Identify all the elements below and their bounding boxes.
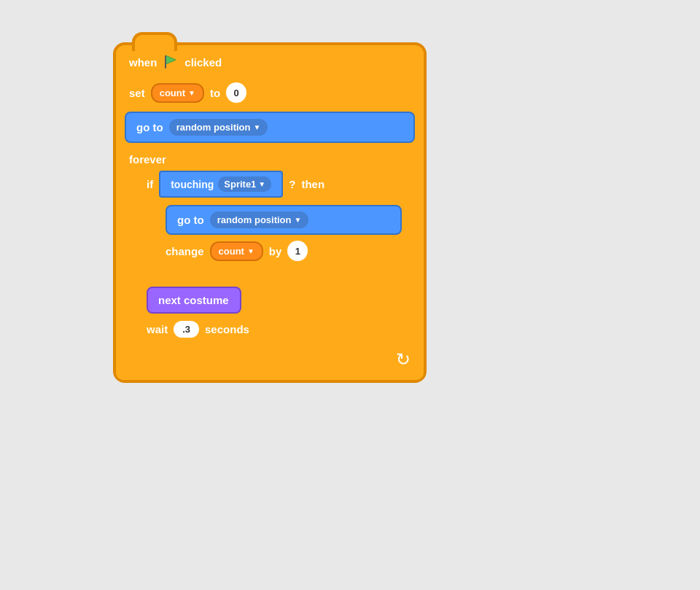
forever-bottom: ↺ — [116, 343, 424, 380]
next-costume-block: next costume — [147, 287, 241, 314]
if-row: if touching Sprite1 ▼ ? then — [147, 171, 411, 198]
change-dropdown-arrow: ▼ — [247, 247, 254, 255]
goto2-label: go to — [177, 214, 204, 226]
set-value-text: 0 — [234, 88, 239, 98]
if-block: if touching Sprite1 ▼ ? then — [141, 166, 416, 283]
goto2-row: go to random position ▼ — [161, 202, 406, 238]
stack-body: when clicked set count ▼ to — [113, 42, 427, 383]
goto1-arrow: ▼ — [254, 123, 261, 131]
goto1-destination-pill[interactable]: random position ▼ — [169, 119, 268, 136]
next-costume-row: next costume — [141, 283, 416, 317]
sprite-arrow: ▼ — [258, 180, 265, 188]
set-label: set — [129, 87, 145, 99]
sprite-text: Sprite1 — [224, 179, 256, 190]
wait-label: wait — [147, 323, 168, 335]
when-label: when — [129, 56, 157, 69]
scratch-workspace: when clicked set count ▼ to — [0, 0, 700, 590]
svg-marker-0 — [166, 55, 176, 64]
change-var-text: count — [219, 246, 244, 257]
then-label: then — [301, 178, 324, 190]
seconds-label: seconds — [205, 323, 249, 335]
count-var-label: count — [160, 88, 185, 98]
green-flag-icon — [163, 54, 179, 70]
change-value-input[interactable]: 1 — [287, 241, 308, 261]
touching-label: touching — [171, 179, 214, 190]
to-label: to — [210, 87, 220, 99]
if-bottom-cap — [147, 268, 411, 279]
svg-rect-1 — [165, 55, 166, 69]
goto2-destination-pill[interactable]: random position ▼ — [210, 211, 309, 228]
change-value-text: 1 — [295, 246, 300, 257]
question-mark: ? — [289, 178, 295, 190]
blocks-stack: when clicked set count ▼ to — [113, 42, 427, 383]
wait-block: wait .3 seconds — [141, 317, 416, 343]
goto1-dest-text: random position — [176, 122, 251, 133]
change-label: change — [166, 245, 204, 257]
clicked-label: clicked — [184, 56, 222, 69]
if-inner: go to random position ▼ change — [147, 202, 411, 268]
hat-bump — [132, 32, 177, 51]
by-label: by — [269, 245, 282, 257]
wait-value-input[interactable]: .3 — [174, 321, 199, 338]
goto1-block: go to random position ▼ — [125, 112, 415, 143]
goto2-dest-text: random position — [217, 214, 292, 225]
if-label: if — [147, 178, 153, 190]
hat-block: when clicked — [116, 45, 424, 77]
sprite-dropdown[interactable]: Sprite1 ▼ — [218, 176, 271, 192]
touching-condition: touching Sprite1 ▼ — [159, 171, 283, 198]
next-costume-label: next costume — [158, 294, 229, 306]
count-dropdown-arrow: ▼ — [188, 89, 195, 97]
goto2-arrow: ▼ — [295, 216, 302, 224]
goto1-label: go to — [136, 121, 163, 133]
change-variable-pill[interactable]: count ▼ — [210, 241, 263, 261]
goto2-block: go to random position ▼ — [166, 205, 402, 235]
forever-block: forever — [116, 148, 424, 166]
goto1-row: go to random position ▼ — [116, 108, 424, 148]
set-block: set count ▼ to 0 — [116, 77, 424, 108]
wait-value-text: .3 — [182, 324, 190, 335]
loop-arrow-icon: ↺ — [396, 349, 411, 370]
count-variable-pill[interactable]: count ▼ — [151, 83, 204, 103]
change-block: change count ▼ by 1 — [161, 238, 406, 264]
forever-label: forever — [129, 153, 166, 166]
forever-inner: if touching Sprite1 ▼ ? then — [116, 166, 424, 343]
set-value-input[interactable]: 0 — [226, 82, 246, 103]
